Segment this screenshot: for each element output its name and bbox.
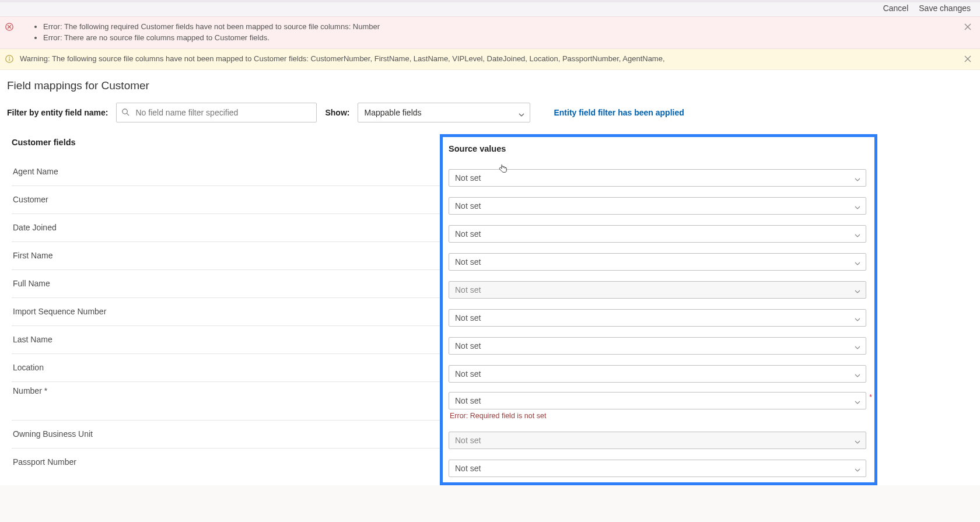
source-value-text: Not set: [449, 432, 866, 449]
info-icon: [5, 54, 14, 64]
show-select[interactable]: Mappable fields: [358, 103, 530, 122]
svg-line-11: [127, 113, 130, 115]
search-icon: [121, 108, 130, 117]
source-value-select: Not set: [449, 281, 866, 299]
field-label: Number *: [13, 386, 47, 395]
field-row: Location: [12, 353, 440, 381]
source-value-text: Not set: [449, 253, 866, 271]
source-value-text: Not set: [449, 460, 866, 477]
source-value-select[interactable]: Not set: [449, 169, 866, 187]
field-label: Customer: [13, 195, 48, 204]
field-label: Full Name: [13, 279, 50, 288]
field-row: Full Name: [12, 269, 440, 297]
field-label: Agent Name: [13, 167, 58, 176]
error-list: Error: The following required Customer f…: [43, 22, 380, 44]
source-value-select[interactable]: Not set: [449, 225, 866, 243]
field-label: Location: [13, 363, 44, 372]
page-title: Field mappings for Customer: [7, 79, 973, 92]
field-row: Owning Business Unit: [12, 420, 440, 448]
source-value-row: Not set: [449, 192, 869, 220]
source-value-text: Not set: [449, 337, 866, 355]
field-row: Import Sequence Number: [12, 297, 440, 325]
field-label: Import Sequence Number: [13, 307, 106, 316]
required-indicator: *: [869, 393, 872, 401]
source-value-row: Not set: [449, 220, 869, 248]
source-value-select[interactable]: Not set: [449, 337, 866, 355]
field-row: Customer: [12, 185, 440, 213]
field-row: Date Joined: [12, 213, 440, 241]
source-value-row: Not set: [449, 426, 869, 454]
source-value-text: Not set: [449, 169, 866, 187]
close-icon[interactable]: [964, 55, 972, 63]
controls-row: Filter by entity field name: Show: Mappa…: [7, 103, 973, 122]
source-value-select[interactable]: Not set: [449, 197, 866, 215]
page-body: Field mappings for Customer Filter by en…: [0, 70, 980, 485]
warning-text: Warning: The following source file colum…: [20, 54, 665, 65]
field-label: Owning Business Unit: [13, 429, 93, 439]
error-icon: [5, 22, 14, 31]
source-value-text: Not set: [449, 197, 866, 215]
error-item: Error: There are no source file columns …: [43, 33, 380, 44]
field-label: First Name: [13, 251, 52, 260]
svg-point-6: [9, 57, 10, 58]
source-value-text: Not set: [449, 225, 866, 243]
field-row: Last Name: [12, 325, 440, 353]
source-value-row: Not set: [449, 276, 869, 304]
error-alert: Error: The following required Customer f…: [0, 16, 980, 49]
filter-applied-message: Entity field filter has been applied: [554, 108, 684, 117]
source-values-header: Source values: [449, 141, 869, 164]
field-row: First Name: [12, 241, 440, 269]
field-label: Date Joined: [13, 223, 57, 232]
source-value-text: Not set: [449, 281, 866, 299]
source-value-select[interactable]: Not set: [449, 309, 866, 327]
close-icon[interactable]: [964, 23, 972, 31]
customer-fields-column: Customer fields Agent NameCustomerDate J…: [7, 134, 440, 476]
source-value-select[interactable]: Not set*: [449, 392, 866, 409]
source-value-text: Not set: [449, 309, 866, 327]
source-value-select[interactable]: Not set: [449, 460, 866, 477]
field-row: Number *: [12, 381, 440, 420]
field-label: Passport Number: [13, 457, 76, 467]
header-bar: Cancel Save changes: [0, 2, 980, 16]
field-label: Last Name: [13, 335, 52, 344]
source-value-row: Not set*Error: Required field is not set: [449, 388, 869, 426]
source-value-row: Not set: [449, 454, 869, 482]
field-row: Passport Number: [12, 448, 440, 476]
error-item: Error: The following required Customer f…: [43, 22, 380, 33]
field-row: Agent Name: [12, 157, 440, 185]
save-changes-button[interactable]: Save changes: [919, 3, 971, 13]
source-value-row: Not set: [449, 248, 869, 276]
source-value-row: Not set: [449, 332, 869, 360]
source-values-highlight: Source values Not setNot setNot setNot s…: [440, 134, 877, 485]
show-label: Show:: [325, 108, 349, 117]
source-value-row: Not set: [449, 164, 869, 192]
filter-label: Filter by entity field name:: [7, 108, 108, 117]
source-value-select[interactable]: Not set: [449, 253, 866, 271]
source-value-row: Not set: [449, 360, 869, 388]
warning-alert: Warning: The following source file colum…: [0, 49, 980, 70]
source-value-row: Not set: [449, 304, 869, 332]
svg-point-10: [123, 108, 127, 113]
source-values-column: Source values Not setNot setNot setNot s…: [449, 141, 869, 482]
cancel-button[interactable]: Cancel: [883, 3, 909, 13]
field-error-message: Error: Required field is not set: [449, 412, 546, 420]
source-value-select[interactable]: Not set: [449, 365, 866, 383]
source-value-text: Not set: [449, 365, 866, 383]
source-value-select: Not set: [449, 432, 866, 449]
customer-fields-header: Customer fields: [12, 134, 440, 157]
show-select-value: Mappable fields: [358, 103, 530, 122]
source-value-text: Not set: [449, 392, 866, 409]
filter-input[interactable]: [116, 103, 317, 122]
